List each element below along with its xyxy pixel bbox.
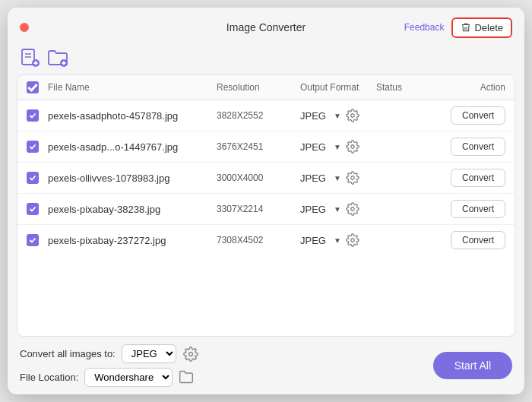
row-checkbox-2[interactable]	[27, 172, 39, 184]
toolbar	[8, 44, 524, 74]
table-header: File Name Resolution Output Format Statu…	[17, 75, 515, 100]
header-resolution: Resolution	[217, 82, 300, 93]
add-folder-button[interactable]	[47, 47, 68, 68]
dropdown-arrow: ▼	[334, 174, 341, 182]
action-cell: Convert	[437, 106, 505, 125]
convert-button-3[interactable]: Convert	[451, 200, 505, 218]
row-checkbox-3[interactable]	[27, 203, 39, 215]
window-title: Image Converter	[226, 21, 306, 33]
svg-point-9	[351, 114, 355, 118]
row-settings-icon-0[interactable]	[344, 107, 361, 124]
file-location-label: File Location:	[20, 372, 78, 383]
gear-icon	[346, 109, 359, 122]
delete-label: Delete	[474, 22, 503, 33]
convert-button-2[interactable]: Convert	[451, 169, 505, 187]
gear-icon	[183, 347, 198, 362]
dropdown-arrow: ▼	[334, 205, 341, 214]
format-cell: JPEGPNGBMPTIFF ▼	[300, 138, 376, 155]
format-select[interactable]: JPEG PNG BMP TIFF GIF	[122, 344, 176, 363]
resolution-cell: 7308X4502	[217, 235, 300, 245]
convert-button-0[interactable]: Convert	[451, 106, 505, 125]
table-row: pexels-asadp...o-1449767.jpg 3676X2451 J…	[17, 131, 515, 163]
gear-icon	[346, 171, 359, 185]
file-table: File Name Resolution Output Format Statu…	[17, 74, 515, 337]
check-icon	[29, 205, 36, 213]
format-cell: JPEGPNGBMPTIFF ▼	[300, 201, 376, 217]
add-file-icon	[21, 48, 40, 68]
svg-point-11	[351, 176, 355, 180]
check-icon	[29, 143, 36, 150]
row-format-select-2[interactable]: JPEGPNGBMPTIFF	[300, 173, 337, 184]
action-cell: Convert	[437, 200, 505, 218]
convert-all-row: Convert all images to: JPEG PNG BMP TIFF…	[20, 344, 199, 363]
format-cell: JPEGPNGBMPTIFF ▼	[300, 232, 376, 248]
main-window: Image Converter Feedback Delete	[8, 8, 524, 394]
close-button[interactable]	[20, 23, 29, 32]
gear-icon	[346, 140, 359, 154]
row-format-select-0[interactable]: JPEGPNGBMPTIFF	[300, 110, 337, 122]
svg-point-13	[351, 239, 355, 242]
format-cell: JPEGPNGBMPTIFF ▼	[300, 169, 376, 186]
row-settings-icon-3[interactable]	[344, 201, 361, 217]
table-body: pexels-asadphoto-457878.jpg 3828X2552 JP…	[17, 100, 515, 255]
check-icon	[27, 81, 39, 93]
filename-cell: pexels-ollivves-1078983.jpg	[48, 173, 217, 184]
dropdown-arrow: ▼	[334, 236, 341, 245]
titlebar-right: Feedback Delete	[404, 17, 512, 38]
traffic-lights	[20, 23, 29, 32]
add-folder-icon	[47, 48, 68, 68]
action-cell: Convert	[437, 138, 505, 156]
row-settings-icon-4[interactable]	[344, 232, 361, 248]
row-checkbox-1[interactable]	[27, 141, 39, 153]
footer-left: Convert all images to: JPEG PNG BMP TIFF…	[20, 344, 199, 387]
titlebar-left	[20, 23, 29, 32]
dropdown-arrow: ▼	[334, 143, 341, 151]
add-file-button[interactable]	[20, 47, 41, 68]
row-format-select-3[interactable]: JPEGPNGBMPTIFF	[300, 204, 337, 215]
trash-icon	[461, 22, 471, 33]
check-icon	[29, 174, 36, 182]
header-status: Status	[376, 82, 437, 93]
row-checkbox-cell	[27, 203, 48, 215]
svg-point-10	[351, 145, 355, 149]
folder-icon[interactable]	[179, 369, 195, 386]
table-row: pexels-ollivves-1078983.jpg 3000X4000 JP…	[17, 163, 515, 194]
row-format-select-1[interactable]: JPEGPNGBMPTIFF	[300, 141, 337, 153]
row-checkbox-0[interactable]	[27, 109, 39, 122]
filename-cell: pexels-pixabay-38238.jpg	[48, 204, 217, 215]
delete-button[interactable]: Delete	[451, 17, 512, 38]
gear-icon	[346, 202, 359, 216]
open-folder-icon	[179, 369, 194, 385]
feedback-link[interactable]: Feedback	[404, 22, 445, 33]
filename-cell: pexels-asadphoto-457878.jpg	[48, 110, 217, 122]
row-checkbox-cell	[27, 141, 48, 153]
header-checkbox-cell	[27, 81, 48, 93]
format-settings-icon[interactable]	[182, 346, 199, 362]
row-settings-icon-1[interactable]	[344, 138, 361, 155]
convert-button-4[interactable]: Convert	[451, 231, 505, 249]
dropdown-arrow: ▼	[334, 112, 341, 120]
row-format-select-4[interactable]: JPEGPNGBMPTIFF	[300, 235, 337, 246]
table-row: pexels-asadphoto-457878.jpg 3828X2552 JP…	[17, 100, 515, 131]
format-cell: JPEGPNGBMPTIFF ▼	[300, 107, 376, 124]
row-settings-icon-2[interactable]	[344, 169, 361, 186]
convert-button-1[interactable]: Convert	[451, 138, 505, 156]
convert-all-label: Convert all images to:	[20, 348, 116, 359]
filename-cell: pexels-pixabay-237272.jpg	[48, 235, 217, 246]
svg-point-14	[188, 352, 192, 356]
select-all-checkbox[interactable]	[27, 81, 39, 93]
action-cell: Convert	[437, 231, 505, 249]
resolution-cell: 3828X2552	[217, 110, 300, 121]
check-icon	[29, 112, 36, 119]
action-cell: Convert	[437, 169, 505, 187]
start-all-button[interactable]: Start All	[433, 352, 512, 379]
location-select[interactable]: Wondershare Custom	[84, 368, 173, 387]
resolution-cell: 3676X2451	[217, 141, 300, 152]
filename-cell: pexels-asadp...o-1449767.jpg	[48, 141, 217, 153]
resolution-cell: 3000X4000	[217, 173, 300, 183]
row-checkbox-4[interactable]	[27, 234, 39, 246]
row-checkbox-cell	[27, 109, 48, 122]
file-location-row: File Location: Wondershare Custom	[20, 368, 199, 387]
header-format: Output Format	[300, 82, 376, 93]
svg-point-12	[351, 207, 355, 211]
